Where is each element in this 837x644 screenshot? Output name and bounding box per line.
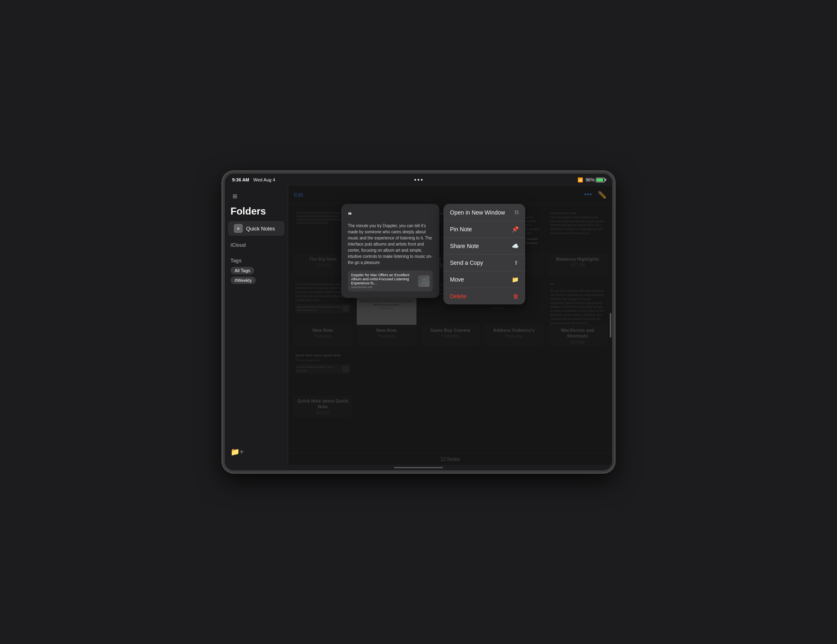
battery-bar bbox=[596, 178, 605, 182]
tags-row: All Tags #Weekly bbox=[231, 267, 282, 284]
compose-button[interactable]: ✏️ bbox=[598, 190, 606, 199]
status-date: Wed Aug 4 bbox=[253, 177, 275, 182]
quick-notes-icon: ≡ bbox=[234, 224, 243, 233]
sidebar-top: ⊞ bbox=[225, 191, 288, 206]
notes-header: Edit ••• ✏️ bbox=[288, 186, 612, 204]
context-menu-share[interactable]: Share Note ☁️ bbox=[443, 238, 525, 255]
open-window-icon: ⧉ bbox=[515, 209, 519, 216]
status-time: 9:36 AM bbox=[232, 177, 249, 182]
note-time: 6/24/21 bbox=[296, 411, 349, 415]
note-time: Yesterday bbox=[360, 334, 413, 338]
more-options-button[interactable]: ••• bbox=[584, 190, 592, 199]
status-bar: 9:36 AM Wed Aug 4 📶 96% bbox=[225, 174, 612, 186]
note-card-footer: Address Federico's Yesterday bbox=[484, 325, 544, 341]
context-menu-pin[interactable]: Pin Note 📌 bbox=[443, 221, 525, 238]
delete-icon: 🗑 bbox=[513, 293, 519, 300]
share-note-icon: ☁️ bbox=[512, 243, 519, 249]
context-menu-move[interactable]: Move 📁 bbox=[443, 271, 525, 288]
home-bar bbox=[394, 467, 443, 468]
home-indicator bbox=[225, 465, 612, 470]
note-popup-text: The minute you try Doppler, you can tell… bbox=[348, 223, 433, 266]
note-card-footer: Game Boy Camera Yesterday bbox=[421, 325, 480, 341]
link-title: Doppler for Mac Offers an Excellent Albu… bbox=[351, 273, 415, 285]
quick-notes-label: Quick Notes bbox=[246, 226, 275, 232]
folders-title: Folders bbox=[225, 206, 288, 217]
link-url: macstories.net bbox=[351, 285, 415, 289]
note-time: Yesterday bbox=[296, 334, 349, 338]
note-preview: Quick Note about Quick Note This is a qu… bbox=[293, 351, 353, 396]
wifi-icon: 📶 bbox=[577, 177, 583, 183]
move-label: Move bbox=[450, 276, 464, 283]
edit-button[interactable]: Edit bbox=[294, 192, 303, 198]
status-right: 📶 96% bbox=[577, 177, 605, 183]
pin-note-icon: 📌 bbox=[512, 226, 519, 233]
note-title: Monterey Highlights bbox=[551, 256, 604, 262]
note-preview: Voice isolation mode. This microphone mo… bbox=[548, 209, 607, 254]
notes-count-bar: 12 Notes bbox=[288, 453, 612, 465]
delete-label: Delete bbox=[450, 293, 466, 300]
tag-all-tags[interactable]: All Tags bbox=[231, 267, 254, 274]
note-card-footer: New Note Yesterday bbox=[357, 325, 416, 341]
sidebar: ⊞ Folders ≡ Quick Notes iCloud Tags All … bbox=[225, 186, 288, 465]
note-popup-link[interactable]: Doppler for Mac Offers an Excellent Albu… bbox=[348, 271, 433, 291]
open-window-label: Open in New Window bbox=[450, 209, 505, 216]
icloud-header: iCloud bbox=[231, 242, 282, 248]
share-note-label: Share Note bbox=[450, 243, 479, 249]
icloud-section: iCloud bbox=[225, 242, 288, 251]
new-folder-button[interactable]: 📁+ bbox=[231, 447, 244, 456]
note-popup[interactable]: ❝ The minute you try Doppler, you can te… bbox=[341, 204, 439, 298]
notes-area: Edit ••• ✏️ The Big Note bbox=[288, 186, 612, 465]
note-card-footer: Monterey Highlights 8:37 AM bbox=[548, 254, 607, 270]
note-card-footer: MacStories and Shortcuts Monday bbox=[548, 325, 607, 347]
link-thumbnail: 🎵 bbox=[418, 275, 430, 287]
sidebar-toggle-button[interactable]: ⊞ bbox=[230, 191, 240, 201]
note-time: Yesterday bbox=[424, 334, 477, 338]
battery-indicator: 96% bbox=[586, 177, 605, 182]
quote-icon: ❝ bbox=[348, 210, 433, 219]
pin-note-label: Pin Note bbox=[450, 226, 472, 233]
note-card-macstories[interactable]: ❝❝ To say we've followed Shortcuts close… bbox=[548, 280, 607, 347]
main-content: ⊞ Folders ≡ Quick Notes iCloud Tags All … bbox=[225, 186, 612, 465]
notes-header-right: ••• ✏️ bbox=[584, 190, 606, 199]
context-menu[interactable]: Open in New Window ⧉ Pin Note 📌 Share No… bbox=[443, 204, 525, 304]
note-card-quicknote[interactable]: Quick Note about Quick Note This is a qu… bbox=[293, 351, 353, 418]
note-card-footer: New Note Yesterday bbox=[293, 325, 353, 341]
ipad-frame: 9:36 AM Wed Aug 4 📶 96% ⊞ Folders bbox=[222, 171, 615, 473]
context-menu-delete[interactable]: Delete 🗑 bbox=[443, 288, 525, 304]
tags-header: Tags bbox=[231, 258, 282, 264]
note-time: 8:37 AM bbox=[551, 263, 604, 267]
tag-weekly[interactable]: #Weekly bbox=[231, 277, 256, 284]
note-time: Yesterday bbox=[487, 334, 540, 338]
note-title: New Note bbox=[296, 327, 349, 333]
note-popup-link-text: Doppler for Mac Offers an Excellent Albu… bbox=[351, 273, 415, 289]
note-title: Game Boy Camera bbox=[424, 327, 477, 333]
note-title: New Note bbox=[360, 327, 413, 333]
note-title: Address Federico's bbox=[487, 327, 540, 333]
note-preview: ❝❝ To say we've followed Shortcuts close… bbox=[548, 280, 607, 325]
note-title: MacStories and Shortcuts bbox=[551, 327, 604, 339]
context-menu-open-window[interactable]: Open in New Window ⧉ bbox=[443, 204, 525, 221]
send-copy-label: Send a Copy bbox=[450, 259, 483, 266]
note-card-footer: Quick Note about Quick Note 6/24/21 bbox=[293, 396, 353, 418]
context-menu-send-copy[interactable]: Send a Copy ⬆ bbox=[443, 255, 525, 271]
note-title: Quick Note about Quick Note bbox=[296, 398, 349, 410]
note-time: Monday bbox=[551, 340, 604, 344]
send-copy-icon: ⬆ bbox=[514, 259, 519, 266]
quick-notes-item[interactable]: ≡ Quick Notes bbox=[228, 221, 284, 236]
status-center-dots bbox=[414, 179, 423, 181]
note-card-monterey[interactable]: Voice isolation mode. This microphone mo… bbox=[548, 209, 607, 276]
tags-section: Tags All Tags #Weekly bbox=[225, 258, 288, 284]
sidebar-bottom: 📁+ bbox=[225, 444, 288, 460]
battery-fill bbox=[597, 179, 603, 181]
notes-count: 12 Notes bbox=[440, 456, 460, 462]
move-icon: 📁 bbox=[512, 276, 519, 283]
